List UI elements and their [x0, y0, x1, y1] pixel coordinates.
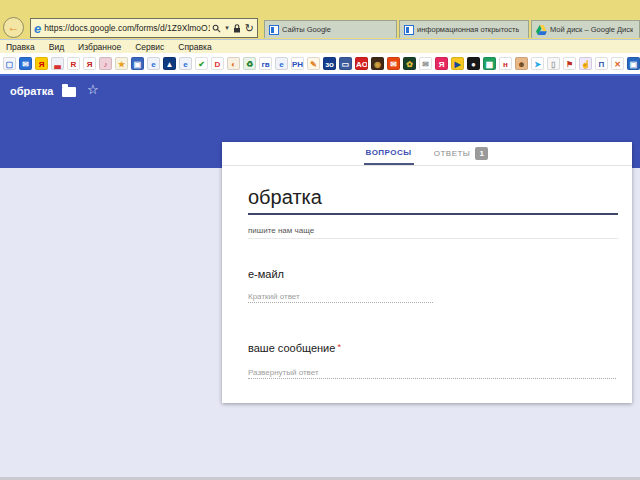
field-message-placeholder[interactable]: Развернутый ответ	[248, 368, 319, 377]
favicon-icon[interactable]: Я	[35, 57, 48, 70]
browser-tab-drive[interactable]: Мой диск – Google Диск	[531, 20, 640, 38]
lock-icon	[233, 24, 241, 33]
back-button[interactable]: ←	[3, 17, 24, 38]
required-asterisk: *	[337, 342, 341, 352]
favicon-icon[interactable]: D	[211, 57, 224, 70]
favicon-icon[interactable]: ★	[115, 57, 128, 70]
favicon-icon[interactable]: ▯	[547, 57, 560, 70]
favicon-icon[interactable]: ☝	[579, 57, 592, 70]
favicon-icon[interactable]: ▣	[627, 57, 640, 70]
favicon-icon[interactable]: ●	[467, 57, 480, 70]
menu-item-edit[interactable]: Правка	[6, 42, 35, 52]
form-description-input[interactable]: пишите нам чаще	[248, 226, 314, 235]
tab-questions[interactable]: ВОПРОСЫ	[364, 142, 414, 165]
tab-answers[interactable]: ОТВЕТЫ 1	[432, 142, 491, 165]
field-email-placeholder[interactable]: Краткий ответ	[248, 292, 300, 301]
favicon-icon[interactable]: ♪	[99, 57, 112, 70]
favicon-icon[interactable]: ◐	[227, 57, 240, 70]
favicon-icon[interactable]: гв	[259, 57, 272, 70]
favicon-icon[interactable]: ▣	[131, 57, 144, 70]
title-underline	[248, 213, 618, 215]
menu-bar: Правка Вид Избранное Сервис Справка	[0, 40, 640, 53]
document-title[interactable]: обратка	[10, 85, 53, 97]
drive-icon	[536, 25, 547, 35]
favicon-icon[interactable]: e	[147, 57, 160, 70]
field-message-underline	[248, 378, 616, 379]
description-underline	[248, 238, 618, 239]
browser-chrome: ← e https://docs.google.com/forms/d/1Z9X…	[0, 0, 640, 40]
form-tabs: ВОПРОСЫ ОТВЕТЫ 1	[222, 142, 632, 166]
favicon-icon[interactable]: Π	[595, 57, 608, 70]
folder-icon[interactable]	[62, 87, 76, 97]
sites-favicon-icon	[404, 25, 414, 35]
answers-count-badge: 1	[475, 147, 488, 160]
form-card: ВОПРОСЫ ОТВЕТЫ 1 обратка пишите нам чаще…	[222, 142, 632, 403]
favicon-icon[interactable]: ▃	[51, 57, 64, 70]
favicon-icon[interactable]: АО	[355, 57, 368, 70]
menu-item-help[interactable]: Справка	[178, 42, 211, 52]
screen: ← e https://docs.google.com/forms/d/1Z9X…	[0, 0, 640, 480]
field-email-underline	[248, 302, 433, 303]
favicon-icon[interactable]: зо	[323, 57, 336, 70]
favicon-icon[interactable]: ✕	[611, 57, 624, 70]
favicon-icon[interactable]: ✉	[19, 57, 32, 70]
browser-tab-info[interactable]: информационная открытость	[399, 20, 529, 38]
favicon-icon[interactable]: ▢	[3, 57, 16, 70]
favicon-icon[interactable]: ◉	[371, 57, 384, 70]
favicon-icon[interactable]: РН	[291, 57, 304, 70]
favicon-icon[interactable]: R	[67, 57, 80, 70]
ie-icon: e	[34, 22, 41, 35]
favicon-icon[interactable]: ➤	[531, 57, 544, 70]
form-title-input[interactable]: обратка	[248, 186, 322, 209]
favicon-icon[interactable]: e	[179, 57, 192, 70]
address-bar[interactable]: e https://docs.google.com/forms/d/1Z9Xlm…	[30, 18, 258, 38]
refresh-icon[interactable]: ↻	[245, 23, 254, 34]
favicon-icon[interactable]: e	[275, 57, 288, 70]
search-icon[interactable]	[212, 24, 221, 33]
favicon-icon[interactable]: н	[499, 57, 512, 70]
favicon-icon[interactable]: ✎	[307, 57, 320, 70]
favicon-icon[interactable]: ▶	[451, 57, 464, 70]
field-message-label[interactable]: ваше сообщение*	[248, 342, 341, 354]
favicon-icon[interactable]: ▲	[163, 57, 176, 70]
star-icon[interactable]: ☆	[87, 82, 99, 97]
favicon-icon[interactable]: ✉	[387, 57, 400, 70]
menu-item-favorites[interactable]: Избранное	[78, 42, 121, 52]
favicon-icon[interactable]: ✿	[403, 57, 416, 70]
favicon-icon[interactable]: ✉	[419, 57, 432, 70]
favicon-icon[interactable]: ▭	[339, 57, 352, 70]
url-text[interactable]: https://docs.google.com/forms/d/1Z9XlmoO…	[44, 23, 210, 33]
favicon-icon[interactable]: ☻	[515, 57, 528, 70]
favicon-icon[interactable]: ⚑	[563, 57, 576, 70]
field-email-label[interactable]: е-майл	[248, 268, 284, 280]
menu-item-view[interactable]: Вид	[49, 42, 64, 52]
favicon-icon[interactable]: ✔	[195, 57, 208, 70]
browser-tab-sites[interactable]: Сайты Google	[264, 20, 397, 38]
favicon-icon[interactable]: Я	[435, 57, 448, 70]
sites-favicon-icon	[269, 25, 279, 35]
chevron-down-icon[interactable]: ▾	[225, 24, 229, 32]
favicon-icon[interactable]: Я	[83, 57, 96, 70]
favicon-icon[interactable]: ♻	[243, 57, 256, 70]
favorites-bar: ▢✉Я▃RЯ♪★▣e▲e✔D◐♻гвeРН✎зо▭АО◉✉✿✉Я▶●▦н☻➤▯⚑…	[0, 53, 640, 74]
menu-item-tools[interactable]: Сервис	[135, 42, 164, 52]
favicon-icon[interactable]: ▦	[483, 57, 496, 70]
